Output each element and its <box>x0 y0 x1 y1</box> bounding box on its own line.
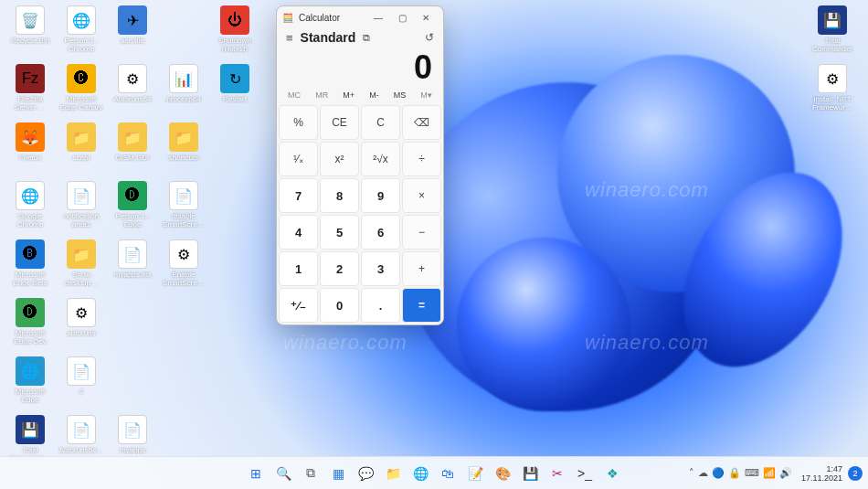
memory-ms[interactable]: MS <box>394 90 407 100</box>
desktop-icon-dism-gui[interactable]: 📁DISM GUI <box>110 122 155 177</box>
key-4[interactable]: 4 <box>279 215 318 250</box>
key-2[interactable]: 2 <box>320 251 359 286</box>
desktop-icon-edge-canary[interactable]: 🅒Microsoft Edge Canary <box>58 64 104 119</box>
desktop-icon-show-desktop[interactable]: 📁Show desktop… <box>58 239 104 294</box>
titlebar[interactable]: 🧮 Calculator — ▢ ✕ <box>277 6 443 28</box>
key-⁺⁄₋[interactable]: ⁺⁄₋ <box>279 288 318 323</box>
keep-on-top-icon[interactable]: ⧉ <box>363 32 370 44</box>
desktop-icon-script-folder[interactable]: 📁script <box>58 122 104 177</box>
tray-icon[interactable]: ⌨ <box>745 467 759 478</box>
key-−[interactable]: − <box>402 215 441 250</box>
key-%[interactable]: % <box>279 105 318 140</box>
tray-icon[interactable]: 📶 <box>763 467 776 478</box>
key-C[interactable]: C <box>361 105 400 140</box>
taskbar-file-explorer[interactable]: 📁 <box>381 462 405 485</box>
key-×[interactable]: × <box>402 178 441 213</box>
taskbar-store[interactable]: 🛍 <box>436 462 460 485</box>
desktop-icon-restart[interactable]: ↻Restart <box>212 64 258 119</box>
desktop-icon-autoruns64[interactable]: ⚙Autoruns64 <box>110 64 155 119</box>
memory-mc: MC <box>288 90 301 100</box>
desktop-icon-shortcuts-folder[interactable]: 📁shortcuts <box>161 122 206 177</box>
taskbar-search[interactable]: 🔍 <box>271 462 295 485</box>
key-.[interactable]: . <box>361 288 400 323</box>
key-CE[interactable]: CE <box>320 105 359 140</box>
desktop-icon-autoruns[interactable]: ⚙autoruns <box>58 298 104 353</box>
autoruns-icon: ⚙ <box>67 298 96 327</box>
taskbar-edge[interactable]: 🌐 <box>408 462 432 485</box>
taskbar-snip[interactable]: ✂ <box>545 462 569 485</box>
desktop-icon-recycle-bin[interactable]: 🗑️Recycle Bin <box>7 5 53 60</box>
tray-icon[interactable]: 🔵 <box>712 467 725 478</box>
calculator-window[interactable]: 🧮 Calculator — ▢ ✕ ≡ Standard ⧉ ↺ 0 MCMR… <box>276 5 444 325</box>
desktop-icon-edge-dev[interactable]: 🅓Microsoft Edge Dev <box>7 298 53 353</box>
tray-icon[interactable]: 🔒 <box>728 467 741 478</box>
key-6[interactable]: 6 <box>361 215 400 250</box>
taskbar-start[interactable]: ⊞ <box>244 462 268 485</box>
desktop-icon-shutdown-hybrid[interactable]: ⏻Shutdown (Hybrid) <box>212 5 258 60</box>
icon-label: Total Commander <box>809 37 856 53</box>
taskbar-winaero[interactable]: ❖ <box>600 462 624 485</box>
total-commander-left-icon: 💾 <box>16 415 45 444</box>
history-icon[interactable]: ↺ <box>425 31 434 44</box>
key-¹⁄ₓ[interactable]: ¹⁄ₓ <box>279 142 318 176</box>
notification-badge[interactable]: 2 <box>848 466 863 481</box>
icon-label: Autoruns64… <box>58 446 105 454</box>
maximize-button[interactable]: ▢ <box>390 8 414 27</box>
desktop-icon-install-net[interactable]: ⚙Install .NET Framewor… <box>810 64 855 119</box>
desktop-icon-enable-smartscreen[interactable]: ⚙Enable SmartScre… <box>161 239 206 294</box>
icon-label: Recycle Bin <box>6 37 54 45</box>
key-5[interactable]: 5 <box>320 215 359 250</box>
desktop-icon-disable-smartscreen[interactable]: 📄disable SmartScre… <box>161 181 206 236</box>
tray-icon[interactable]: ˄ <box>689 467 694 478</box>
desktop-icon-total-commander[interactable]: 💾Total Commander <box>810 5 855 60</box>
icon-label: Microsoft Edge Beta <box>6 271 54 287</box>
taskbar-chat[interactable]: 💬 <box>354 462 377 485</box>
desktop-icon-edge-beta[interactable]: 🅑Microsoft Edge Beta <box>7 239 53 294</box>
key-²√x[interactable]: ²√x <box>361 142 400 176</box>
key-x²[interactable]: x² <box>320 142 359 176</box>
icon-label: Person 1 - Chrome <box>58 37 105 53</box>
memory-m-[interactable]: M- <box>369 90 379 100</box>
desktop-icon-myapps-list[interactable]: 📄myapps-list <box>110 239 155 294</box>
taskbar-task-view[interactable]: ⧉ <box>299 462 323 485</box>
key-⌫[interactable]: ⌫ <box>402 105 441 140</box>
desktop-icon-firefox[interactable]: 🦊Firefox <box>7 122 53 177</box>
key-=[interactable]: = <box>402 288 441 323</box>
close-button[interactable]: ✕ <box>414 8 438 27</box>
desktop-icon-chrome-person1[interactable]: 🌐Person 1 - Chrome <box>58 5 104 60</box>
taskbar-notepad[interactable]: 📝 <box>463 462 487 485</box>
hamburger-icon[interactable]: ≡ <box>286 31 293 45</box>
desktop-icon-filezilla[interactable]: FzFileZilla Server … <box>7 64 53 119</box>
key-7[interactable]: 7 <box>279 178 318 213</box>
file-2-icon: 📄 <box>67 356 96 386</box>
desktop-icon-file-2[interactable]: 📄2 <box>58 356 104 411</box>
key-9[interactable]: 9 <box>361 178 400 213</box>
key-+[interactable]: + <box>402 251 441 286</box>
desktop-icons-left: 🗑️Recycle Bin🌐Person 1 - Chrome✈aerolite… <box>7 5 258 470</box>
desktop-icon-microsoft-edge[interactable]: 🌐Microsoft Edge <box>7 356 53 411</box>
desktop-icon-notif-area[interactable]: 📄notification area1 <box>58 181 104 236</box>
taskbar-terminal[interactable]: >_ <box>573 462 597 485</box>
icon-label: Restart <box>211 95 259 103</box>
key-1[interactable]: 1 <box>279 251 318 286</box>
taskbar-total-commander[interactable]: 💾 <box>518 462 542 485</box>
key-0[interactable]: 0 <box>320 288 359 323</box>
clock[interactable]: 1:47 17.11.2021 <box>801 464 842 483</box>
taskbar-widgets[interactable]: ▦ <box>326 462 350 485</box>
autoruns64-icon: ⚙ <box>118 64 147 93</box>
taskbar-paint[interactable]: 🎨 <box>491 462 514 485</box>
minimize-button[interactable]: — <box>366 8 390 27</box>
icon-label: autoruns <box>58 329 105 337</box>
desktop-icon-procexp64[interactable]: 📊procexp64 <box>161 64 206 119</box>
desktop-icon-google-chrome[interactable]: 🌐Google Chrome <box>7 181 53 236</box>
desktop-icon-aerolite[interactable]: ✈aerolite <box>110 5 155 60</box>
memory-m+[interactable]: M+ <box>343 90 355 100</box>
icon-label: Microsoft Edge Canary <box>58 95 105 112</box>
key-8[interactable]: 8 <box>320 178 359 213</box>
tray-icon[interactable]: 🔊 <box>779 467 792 478</box>
key-3[interactable]: 3 <box>361 251 400 286</box>
show-desktop-icon: 📁 <box>67 239 96 269</box>
key-÷[interactable]: ÷ <box>402 142 441 176</box>
desktop-icon-edge-person1[interactable]: 🅓Person 1 - Edge <box>110 181 155 236</box>
tray-icon[interactable]: ☁ <box>698 467 708 478</box>
